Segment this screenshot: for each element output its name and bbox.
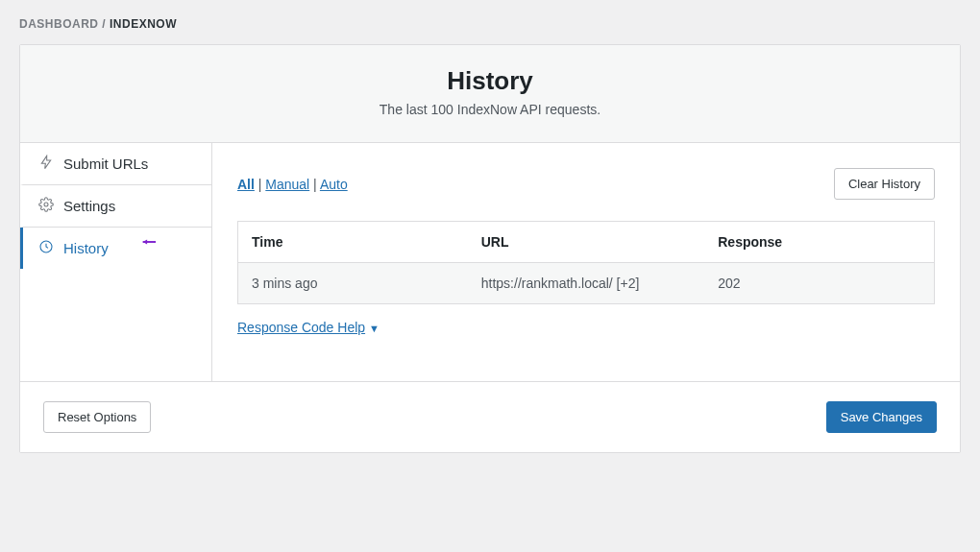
cell-time: 3 mins ago	[238, 263, 468, 304]
sidebar-item-label: Submit URLs	[63, 156, 148, 172]
main-content: All | Manual | Auto Clear History Time U…	[212, 143, 960, 381]
sidebar: Submit URLs Settings History	[20, 143, 212, 381]
filter-manual[interactable]: Manual	[265, 177, 309, 192]
table-row: 3 mins ago https://rankmath.local/ [+2] …	[238, 263, 935, 304]
arrow-pointer-icon	[142, 234, 158, 250]
filter-auto[interactable]: Auto	[320, 177, 348, 192]
col-time: Time	[238, 222, 468, 263]
page-subtitle: The last 100 IndexNow API requests.	[39, 102, 941, 117]
history-table: Time URL Response 3 mins ago https://ran…	[237, 221, 935, 304]
breadcrumb-current: INDEXNOW	[110, 17, 177, 31]
response-help-link[interactable]: Response Code Help	[237, 320, 365, 335]
filter-sep: |	[255, 177, 265, 192]
filter-links: All | Manual | Auto	[237, 177, 348, 192]
chevron-down-icon: ▼	[369, 323, 380, 334]
panel-footer: Reset Options Save Changes	[20, 381, 960, 452]
cell-response: 202	[704, 263, 934, 304]
clear-history-button[interactable]: Clear History	[834, 168, 935, 200]
sidebar-item-label: History	[63, 240, 109, 256]
clock-icon	[38, 239, 54, 257]
col-response: Response	[704, 222, 934, 263]
reset-options-button[interactable]: Reset Options	[43, 401, 151, 433]
sidebar-item-settings[interactable]: Settings	[20, 185, 211, 228]
sidebar-item-submit-urls[interactable]: Submit URLs	[20, 143, 211, 185]
breadcrumb: DASHBOARD / INDEXNOW	[0, 0, 980, 44]
bolt-icon	[38, 155, 54, 173]
breadcrumb-root[interactable]: DASHBOARD	[19, 17, 99, 31]
save-changes-button[interactable]: Save Changes	[826, 401, 937, 433]
sidebar-item-label: Settings	[63, 198, 115, 214]
page-title: History	[39, 66, 941, 96]
svg-point-0	[44, 203, 48, 206]
filter-sep: |	[309, 177, 320, 192]
filter-all[interactable]: All	[237, 177, 255, 192]
gear-icon	[38, 197, 54, 215]
breadcrumb-sep: /	[99, 17, 110, 31]
cell-url: https://rankmath.local/ [+2]	[468, 263, 705, 304]
filter-row: All | Manual | Auto Clear History	[237, 168, 935, 200]
panel-header: History The last 100 IndexNow API reques…	[20, 45, 960, 143]
panel-body: Submit URLs Settings History	[20, 143, 960, 381]
col-url: URL	[468, 222, 705, 263]
sidebar-item-history[interactable]: History	[20, 228, 211, 269]
response-help: Response Code Help▼	[237, 320, 935, 335]
settings-panel: History The last 100 IndexNow API reques…	[19, 44, 961, 453]
